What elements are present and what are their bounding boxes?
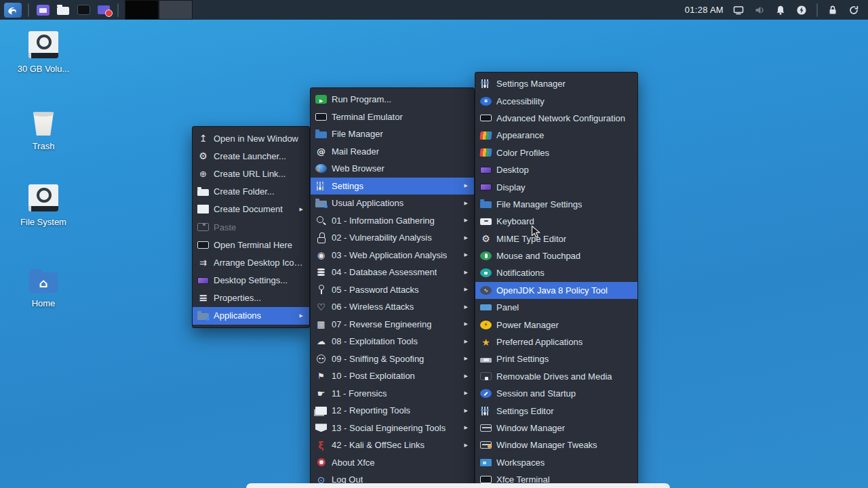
- menu-item-web-browser[interactable]: Web Browser: [311, 160, 474, 178]
- menu-item-03-web-application-analysis[interactable]: 03 - Web Application Analysis▶: [311, 247, 474, 264]
- menu-item-42-kali-offsec-links[interactable]: 42 - Kali & OffSec Links▶: [311, 436, 474, 454]
- menu-item-08-exploitation-tools[interactable]: 08 - Exploitation Tools▶: [311, 333, 474, 350]
- menu-item-09-sniffing-spoofing[interactable]: 09 - Sniffing & Spoofing▶: [311, 350, 474, 368]
- menu-item-mail-reader[interactable]: Mail Reader: [311, 143, 474, 161]
- menu-item-terminal-emulator[interactable]: Terminal Emulator: [311, 108, 474, 126]
- menu-item-06-wireless-attacks[interactable]: 06 - Wireless Attacks▶: [311, 298, 474, 316]
- applications-submenu: Run Program...Terminal EmulatorFile Mana…: [310, 87, 475, 488]
- display-icon[interactable]: [732, 4, 745, 16]
- menu-item-01-information-gathering[interactable]: 01 - Information Gathering▶: [311, 212, 474, 230]
- menu-item-file-manager[interactable]: File Manager: [311, 125, 474, 143]
- menu-item-settings[interactable]: Settings▶: [311, 178, 474, 195]
- menu-item-label: Web Browser: [332, 163, 384, 174]
- menu-item-mouse-and-touchpad[interactable]: Mouse and Touchpad: [475, 247, 637, 264]
- menu-item-run-program[interactable]: Run Program...: [311, 91, 474, 108]
- menu-item-file-manager-settings[interactable]: File Manager Settings: [475, 196, 637, 213]
- menu-item-print-settings[interactable]: Print Settings: [475, 350, 637, 367]
- notifications-bell-icon[interactable]: [774, 4, 787, 16]
- desktop-icon-file-system[interactable]: File System: [15, 184, 72, 227]
- menu-item-window-manager[interactable]: Window Manager: [475, 420, 637, 436]
- settings-sliders-icon: [315, 182, 327, 190]
- menu-item-desktop[interactable]: Desktop: [475, 161, 637, 178]
- menu-item-power-manager[interactable]: Power Manager: [475, 316, 637, 333]
- menu-item-keyboard[interactable]: Keyboard: [475, 213, 637, 230]
- menu-item-accessibility[interactable]: Accessibility: [475, 92, 637, 109]
- menu-item-window-manager-tweaks[interactable]: Window Manager Tweaks: [475, 436, 637, 453]
- menu-item-settings-editor[interactable]: Settings Editor: [475, 402, 637, 419]
- menu-item-label: File Manager Settings: [496, 199, 582, 209]
- menu-item-mime-type-editor[interactable]: MIME Type Editor: [475, 230, 637, 247]
- menu-item-open-in-new-window[interactable]: Open in New Window: [193, 129, 309, 147]
- menu-item-label: About Xfce: [332, 458, 375, 468]
- menu-item-label: Create Document: [214, 204, 283, 214]
- menu-item-properties[interactable]: Properties...: [193, 289, 309, 307]
- trash-bin-icon: [32, 111, 55, 136]
- submenu-arrow-icon: ▶: [465, 304, 468, 310]
- menu-item-10-post-exploitation[interactable]: 10 - Post Exploitation▶: [311, 367, 474, 385]
- log-out-icon[interactable]: [848, 4, 860, 16]
- menu-item-about-xfce[interactable]: About Xfce: [311, 454, 474, 472]
- menu-item-05-password-attacks[interactable]: 05 - Password Attacks▶: [311, 281, 474, 299]
- workspace-1[interactable]: [125, 0, 159, 20]
- menu-item-create-url-link[interactable]: Create URL Link...: [193, 165, 309, 182]
- kali-dragon-icon: [315, 439, 327, 451]
- menu-item-usual-applications[interactable]: Usual Applications▶: [311, 195, 474, 212]
- menu-item-label: 03 - Web Application Analysis: [332, 250, 447, 260]
- menu-item-07-reverse-engineering[interactable]: 07 - Reverse Engineering▶: [311, 316, 474, 333]
- menu-item-openjdk-java-8-policy-tool[interactable]: OpenJDK Java 8 Policy Tool: [475, 282, 637, 299]
- menu-item-arrange-desktop-icons[interactable]: Arrange Desktop Icons: [193, 253, 309, 271]
- menu-item-removable-drives-and-media[interactable]: Removable Drives and Media: [475, 368, 637, 385]
- folder-launcher[interactable]: [56, 2, 71, 18]
- menu-item-create-document[interactable]: Create Document▶: [193, 201, 309, 218]
- menu-item-label: File Manager: [332, 129, 383, 139]
- terminal-icon: [480, 476, 492, 483]
- power-manager-icon[interactable]: [795, 4, 808, 16]
- screen-recorder-launcher[interactable]: [96, 2, 111, 18]
- menu-item-create-folder[interactable]: Create Folder...: [193, 183, 309, 201]
- menu-item-label: Color Profiles: [496, 148, 549, 158]
- menu-item-02-vulnerability-analysis[interactable]: 02 - Vulnerability Analysis▶: [311, 229, 474, 247]
- desktop-icon-trash[interactable]: Trash: [15, 108, 72, 151]
- menu-item-desktop-settings[interactable]: Desktop Settings...: [193, 272, 309, 289]
- menu-item-session-and-startup[interactable]: Session and Startup: [475, 385, 637, 402]
- file-manager-launcher[interactable]: [35, 2, 50, 18]
- menu-item-label: 11 - Forensics: [332, 388, 387, 399]
- settings-submenu: Settings ManagerAccessibilityAdvanced Ne…: [475, 72, 638, 488]
- hard-drive-icon: [28, 31, 58, 58]
- accessibility-icon: [480, 97, 492, 106]
- terminal-launcher[interactable]: [76, 2, 91, 18]
- desktop-icon-home[interactable]: Home: [15, 266, 72, 308]
- menu-item-appearance[interactable]: Appearance: [475, 127, 637, 144]
- menu-item-create-launcher[interactable]: Create Launcher...: [193, 147, 309, 165]
- workspace-2[interactable]: [159, 0, 193, 20]
- menu-item-11-forensics[interactable]: 11 - Forensics▶: [311, 385, 474, 403]
- kali-menu-button[interactable]: [4, 3, 22, 18]
- menu-item-workspaces[interactable]: Workspaces: [475, 454, 637, 471]
- menu-item-13-social-engineering-tools[interactable]: 13 - Social Engineering Tools▶: [311, 420, 474, 437]
- menu-item-notifications[interactable]: Notifications: [475, 264, 637, 281]
- menu-item-preferred-applications[interactable]: Preferred Applications: [475, 333, 637, 350]
- desktop-icon-30-gb-volu[interactable]: 30 GB Volu...: [15, 31, 72, 74]
- menu-item-applications[interactable]: Applications▶: [193, 307, 309, 325]
- menu-item-open-terminal-here[interactable]: Open Terminal Here: [193, 236, 309, 253]
- desktop-icon-label: Home: [32, 298, 56, 308]
- volume-muted-icon[interactable]: [753, 4, 766, 16]
- menu-item-paste[interactable]: Paste: [193, 218, 309, 236]
- menu-item-display[interactable]: Display: [475, 178, 637, 195]
- bottom-dock-edge[interactable]: [246, 483, 670, 488]
- desktop[interactable]: 01:28 AM 30 GB Volu...TrashFile SystemHo…: [0, 0, 868, 488]
- desktop-icon-label: Trash: [33, 141, 55, 151]
- terminal-icon: [77, 5, 90, 15]
- menu-item-advanced-network-configuration[interactable]: Advanced Network Configuration: [475, 110, 637, 127]
- menu-item-settings-manager[interactable]: Settings Manager: [475, 75, 637, 92]
- magnifier-icon: [315, 215, 327, 226]
- menu-item-04-database-assessment[interactable]: 04 - Database Assessment▶: [311, 264, 474, 281]
- submenu-arrow-icon: ▶: [465, 356, 468, 361]
- menu-item-label: Create URL Link...: [214, 169, 285, 179]
- clock[interactable]: 01:28 AM: [685, 5, 724, 15]
- menu-item-label: Advanced Network Configuration: [496, 113, 625, 123]
- menu-item-color-profiles[interactable]: Color Profiles: [475, 144, 637, 161]
- lock-screen-icon[interactable]: [827, 4, 839, 16]
- menu-item-panel[interactable]: Panel: [475, 299, 637, 316]
- menu-item-12-reporting-tools[interactable]: 12 - Reporting Tools▶: [311, 402, 474, 420]
